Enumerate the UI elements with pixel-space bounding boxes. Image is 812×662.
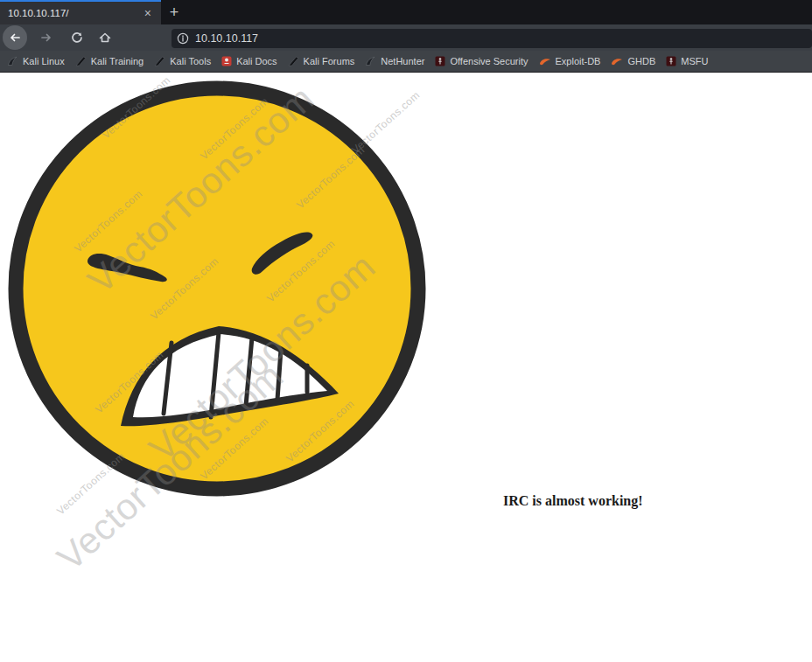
bookmark-label: Offensive Security xyxy=(450,56,528,66)
exploitdb-icon xyxy=(539,56,551,66)
kali-dragon-icon xyxy=(7,56,18,66)
blade-icon xyxy=(75,56,87,66)
bookmark-kali-training[interactable]: Kali Training xyxy=(70,51,150,72)
web-page-content: VectorToons.com VectorToons.com VectorTo… xyxy=(0,73,812,662)
kali-dragon-icon xyxy=(365,56,376,66)
emoji-head xyxy=(16,88,418,489)
url-text: 10.10.10.117 xyxy=(195,32,258,45)
forward-arrow-icon xyxy=(39,31,53,45)
bookmark-ghdb[interactable]: GHDB xyxy=(606,51,661,72)
bookmarks-toolbar: Kali Linux Kali Training Kali Tools Kali… xyxy=(0,51,812,73)
reload-icon xyxy=(70,31,84,45)
bookmark-kali-tools[interactable]: Kali Tools xyxy=(149,51,216,72)
tab-title: 10.10.10.117/ xyxy=(8,8,143,18)
bookmark-label: Exploit-DB xyxy=(556,56,601,66)
bookmark-msfu[interactable]: MSFU xyxy=(661,51,713,72)
site-info-icon[interactable] xyxy=(177,32,189,45)
back-button[interactable] xyxy=(3,25,27,50)
bookmark-label: NetHunter xyxy=(381,56,424,66)
offsec-icon xyxy=(435,56,445,66)
bookmark-label: Kali Training xyxy=(91,56,144,66)
bookmark-exploit-db[interactable]: Exploit-DB xyxy=(534,51,606,72)
blade-icon xyxy=(154,56,165,66)
tab-close-icon[interactable]: × xyxy=(143,7,153,19)
bookmark-nethunter[interactable]: NetHunter xyxy=(360,51,430,72)
back-arrow-icon xyxy=(8,31,22,45)
bookmark-label: Kali Docs xyxy=(236,56,276,66)
bookmark-label: MSFU xyxy=(681,56,708,66)
bookmark-offensive-security[interactable]: Offensive Security xyxy=(430,51,533,72)
bookmark-label: Kali Forums xyxy=(304,56,355,66)
bookmark-label: GHDB xyxy=(627,56,655,66)
page-message: IRC is almost working! xyxy=(503,493,643,509)
forward-button[interactable] xyxy=(39,31,53,45)
tab-bar: 10.10.10.117/ × + xyxy=(0,0,812,24)
blade-icon xyxy=(288,56,299,66)
bookmark-label: Kali Linux xyxy=(23,56,65,66)
browser-tab[interactable]: 10.10.10.117/ × xyxy=(0,0,161,24)
bookmark-label: Kali Tools xyxy=(170,56,211,66)
angry-face-graphic xyxy=(0,74,494,510)
reload-button[interactable] xyxy=(70,31,84,45)
home-icon xyxy=(98,31,112,45)
home-button[interactable] xyxy=(98,31,112,45)
offsec-icon xyxy=(666,56,676,66)
url-bar[interactable]: 10.10.10.117 xyxy=(172,29,812,48)
new-tab-button[interactable]: + xyxy=(161,0,187,24)
red-docs-icon xyxy=(221,56,232,66)
exploitdb-icon xyxy=(611,56,623,66)
angry-emoji-image: VectorToons.com VectorToons.com VectorTo… xyxy=(0,74,494,510)
bookmark-kali-linux[interactable]: Kali Linux xyxy=(2,51,70,72)
bookmark-kali-docs[interactable]: Kali Docs xyxy=(216,51,282,72)
navigation-toolbar: 10.10.10.117 xyxy=(0,24,812,51)
bookmark-kali-forums[interactable]: Kali Forums xyxy=(283,51,360,72)
